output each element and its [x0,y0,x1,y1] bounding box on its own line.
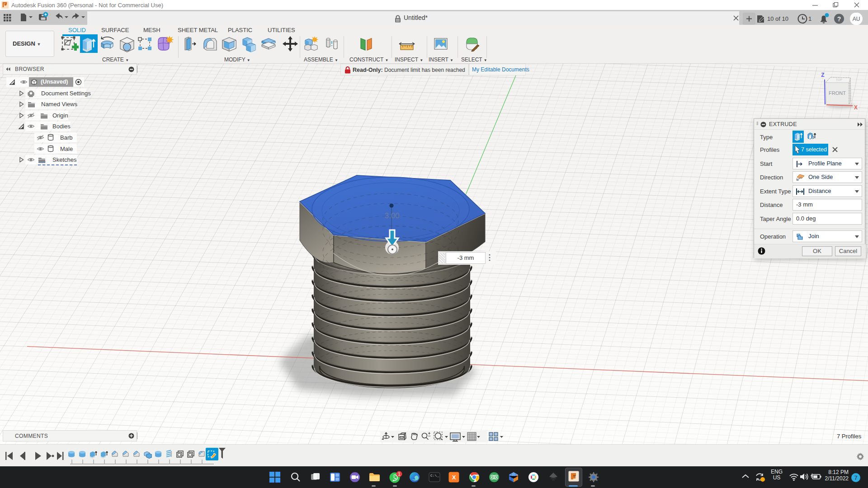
svg-text:?: ? [837,15,841,23]
svg-text:3.00: 3.00 [384,211,399,220]
svg-text:AU: AU [853,16,860,22]
svg-text:X: X [854,104,858,111]
svg-text:C:\_: C:\_ [430,474,439,478]
svg-text:FRONT: FRONT [829,90,846,96]
svg-text:Z: Z [821,72,824,78]
svg-text:TOP: TOP [836,78,843,82]
svg-text:X: X [452,474,456,481]
svg-text:1: 1 [398,472,401,477]
svg-text:7: 7 [854,474,857,481]
